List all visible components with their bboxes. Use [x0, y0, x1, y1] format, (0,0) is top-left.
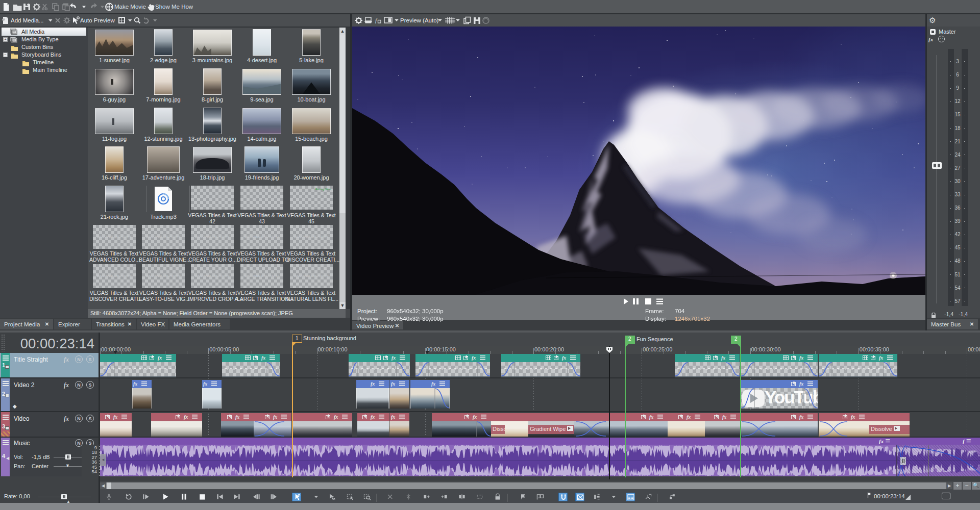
svg-text:fx: fx: [273, 414, 277, 420]
svg-text:fx: fx: [799, 381, 803, 387]
svg-text:fx: fx: [472, 355, 476, 361]
svg-text:fx: fx: [799, 355, 803, 361]
svg-text:fx: fx: [562, 355, 566, 361]
svg-text:fx: fx: [473, 414, 477, 420]
svg-text:fx: fx: [851, 414, 855, 420]
svg-text:fx: fx: [722, 414, 726, 420]
svg-text:fx: fx: [649, 414, 653, 420]
svg-text:fx: fx: [184, 414, 188, 420]
svg-text:fx: fx: [113, 414, 117, 420]
svg-text:fx: fx: [391, 381, 395, 387]
svg-text:fx: fx: [133, 381, 137, 387]
svg-text:fx: fx: [261, 355, 265, 361]
svg-text:fx: fx: [371, 381, 375, 387]
svg-text:fx: fx: [879, 355, 883, 361]
svg-text:fx: fx: [431, 381, 435, 387]
svg-text:fx: fx: [235, 414, 239, 420]
svg-text:fx: fx: [799, 414, 803, 420]
svg-text:fx: fx: [721, 355, 725, 361]
svg-text:fx: fx: [203, 381, 207, 387]
svg-text:fx: fx: [334, 414, 338, 420]
svg-text:fx: fx: [371, 414, 375, 420]
svg-text:f: f: [375, 17, 378, 23]
svg-text:fx: fx: [391, 414, 395, 420]
svg-text:fx: fx: [391, 355, 396, 361]
svg-text:fx: fx: [158, 355, 162, 361]
svg-text:fx: fx: [687, 414, 691, 420]
